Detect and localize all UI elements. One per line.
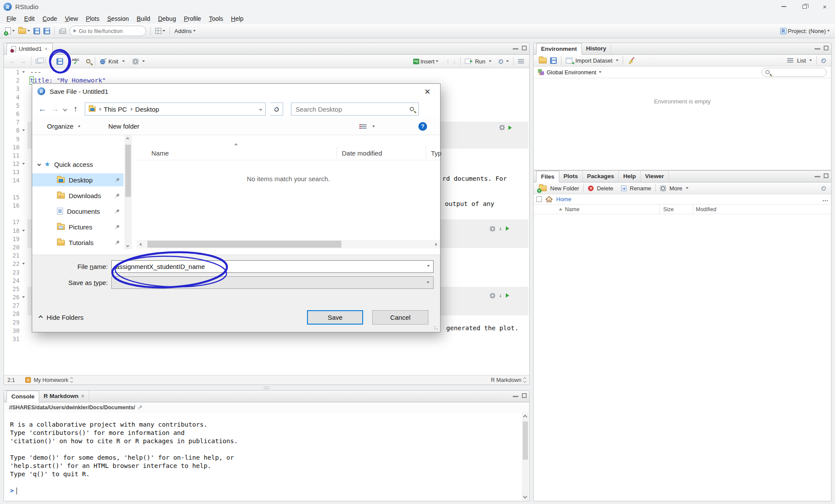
scroll-left-icon[interactable] — [140, 242, 143, 245]
show-in-new-window-button[interactable] — [34, 58, 43, 65]
spellcheck-button[interactable]: ABC✓ — [70, 57, 81, 66]
address-dropdown-icon[interactable] — [259, 107, 262, 110]
column-header-date-modified[interactable]: Date modified — [342, 149, 382, 157]
sidebar-item-downloads[interactable]: ↓ Downloads — [32, 189, 124, 202]
refresh-files-button[interactable] — [819, 185, 828, 192]
file-name-dropdown-icon[interactable] — [427, 265, 430, 267]
chunk-options-icon[interactable] — [500, 125, 504, 130]
sidebar-quick-access[interactable]: ★ Quick access — [32, 158, 124, 171]
fold-marker-icon[interactable] — [22, 163, 25, 165]
tab-environment[interactable]: Environment — [536, 43, 582, 55]
refresh-environment-button[interactable] — [819, 57, 828, 64]
nav-forward-button[interactable]: → — [51, 104, 59, 114]
run-chunk-icon[interactable] — [506, 226, 509, 231]
nav-back-button[interactable]: ← — [38, 104, 47, 114]
chevron-down-icon[interactable] — [37, 162, 41, 166]
save-button[interactable] — [32, 27, 42, 36]
run-chunks-above-icon[interactable]: ↓ — [499, 225, 502, 232]
goto-file-input[interactable] — [79, 28, 135, 34]
delete-file-button[interactable]: ×Delete — [586, 184, 615, 193]
new-file-button[interactable]: + — [3, 26, 17, 36]
project-menu-button[interactable]: RProject: (None) — [778, 27, 832, 36]
column-header-modified[interactable]: Modified — [696, 206, 716, 212]
refresh-address-button[interactable] — [270, 103, 283, 116]
help-button[interactable]: ? — [418, 122, 427, 131]
maximize-pane-icon[interactable] — [522, 393, 527, 398]
goto-file-searchbox[interactable] — [70, 26, 146, 36]
nav-up-button[interactable]: ↑ — [73, 104, 78, 114]
minimize-pane-icon[interactable] — [513, 47, 518, 50]
tab-plots[interactable]: Plots — [559, 170, 583, 182]
address-breadcrumb[interactable]: This PC Desktop — [85, 103, 266, 116]
import-dataset-button[interactable]: Import Dataset — [564, 56, 620, 65]
path-more-button[interactable]: ... — [822, 196, 828, 202]
menu-item[interactable]: Tools — [205, 14, 227, 23]
minimize-pane-icon[interactable] — [815, 175, 820, 177]
close-tab-icon[interactable]: × — [44, 43, 48, 55]
open-file-button[interactable] — [17, 27, 32, 35]
menu-item[interactable]: Plots — [82, 14, 103, 23]
run-chunk-icon[interactable] — [508, 126, 512, 130]
pane-layout-button[interactable] — [154, 27, 167, 35]
console-prompt-row[interactable]: > — [10, 487, 521, 495]
menu-item[interactable]: File — [3, 14, 20, 23]
console-scrollbar[interactable] — [522, 413, 529, 501]
menu-item[interactable]: Edit — [20, 14, 39, 23]
scrollbar-thumb[interactable] — [147, 241, 341, 248]
forward-button[interactable]: → — [18, 56, 28, 66]
save-all-button[interactable] — [42, 27, 52, 36]
knit-button[interactable]: Knit — [98, 57, 126, 66]
menu-item[interactable]: Help — [227, 14, 247, 23]
sidebar-item-pictures[interactable]: Pictures — [32, 220, 124, 233]
menu-item[interactable]: Code — [39, 14, 61, 23]
nav-history-dropdown-icon[interactable] — [63, 107, 67, 111]
column-header-type[interactable]: Typ — [431, 149, 441, 157]
hide-folders-button[interactable]: Hide Folders — [39, 314, 84, 321]
load-workspace-button[interactable] — [537, 56, 548, 65]
chunk-options-icon[interactable] — [490, 226, 495, 231]
more-file-commands-button[interactable]: More — [658, 184, 690, 193]
environment-scope-selector[interactable]: Global Environment — [547, 69, 596, 76]
menu-item[interactable]: Build — [133, 14, 154, 23]
maximize-pane-icon[interactable] — [824, 46, 828, 50]
environment-search-input[interactable] — [772, 69, 820, 75]
tab-packages[interactable]: Packages — [583, 170, 619, 182]
rename-file-button[interactable]: ➜Rename — [619, 184, 653, 193]
menu-item[interactable]: Profile — [180, 14, 205, 23]
scroll-up-icon[interactable] — [126, 137, 129, 140]
file-name-input[interactable] — [111, 260, 434, 273]
editor-settings-button[interactable] — [131, 57, 147, 66]
chunk-options-icon[interactable] — [490, 293, 495, 298]
print-button[interactable] — [57, 27, 68, 35]
fold-marker-icon[interactable] — [22, 129, 25, 131]
tab-files[interactable]: Files — [536, 171, 559, 182]
jump-to-directory-icon[interactable] — [138, 405, 144, 410]
restore-window-button[interactable] — [794, 0, 815, 13]
tab-untitled1[interactable]: Untitled1 × — [7, 43, 53, 55]
new-folder-button[interactable]: New folder — [107, 121, 141, 131]
column-header-name[interactable]: Name — [559, 206, 579, 212]
column-header-name[interactable]: Name — [151, 149, 169, 157]
menu-item[interactable]: Debug — [154, 14, 180, 23]
sidebar-item-documents[interactable]: Documents — [32, 205, 124, 218]
cancel-button[interactable]: Cancel — [372, 310, 428, 325]
file-name-field[interactable] — [111, 260, 434, 273]
tab-viewer[interactable]: Viewer — [641, 170, 668, 182]
back-button[interactable]: ← — [7, 56, 18, 66]
document-outline-selector[interactable]: My Homework — [33, 377, 68, 383]
column-header-size[interactable]: Size — [663, 206, 674, 212]
breadcrumb-home[interactable]: Home — [556, 196, 571, 202]
rerun-button[interactable] — [497, 58, 511, 65]
change-view-button[interactable] — [357, 124, 377, 129]
go-next-section-button[interactable]: ↓ — [451, 56, 458, 66]
scrollbar-thumb[interactable] — [523, 421, 528, 460]
tab-console[interactable]: Console — [7, 391, 39, 402]
save-type-dropdown-icon[interactable] — [427, 282, 429, 283]
scroll-up-icon[interactable] — [523, 415, 528, 419]
environment-search-box[interactable] — [762, 68, 827, 77]
menu-item[interactable]: View — [61, 14, 82, 23]
addins-button[interactable]: Addins — [173, 27, 197, 36]
run-chunks-above-icon[interactable]: ↓ — [499, 292, 502, 298]
save-workspace-button[interactable] — [548, 56, 558, 65]
save-as-type-dropdown[interactable] — [111, 276, 434, 289]
